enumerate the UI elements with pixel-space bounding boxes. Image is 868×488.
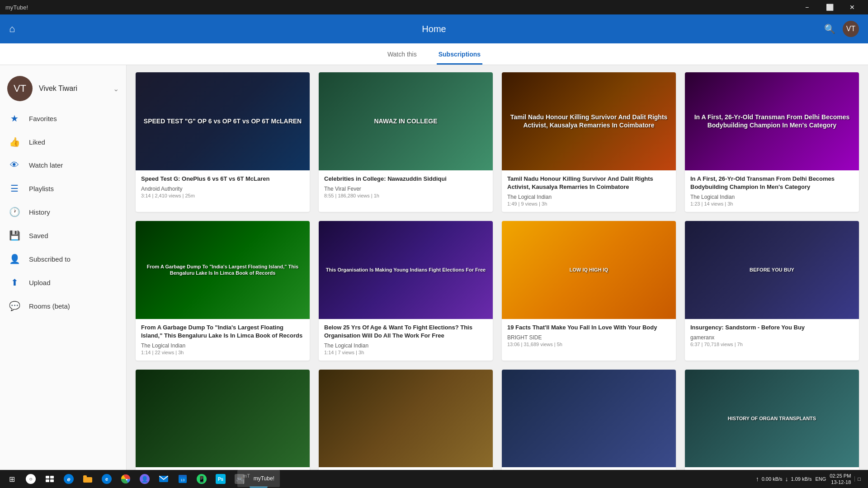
video-card[interactable]: Tamil Nadu Honour Killing Survivor And D… (502, 72, 676, 212)
video-channel: gameranx (690, 334, 854, 341)
video-card[interactable]: HISTORY OF ORGAN TRANSPLANTS (685, 370, 859, 470)
sidebar: VT Vivek Tiwari ⌄ ★ Favorites 👍 Liked 👁 … (0, 65, 127, 470)
taskbar-chrome[interactable] (117, 470, 135, 488)
video-thumbnail (319, 370, 493, 468)
content-area: SPEED TEST "G" OP 6 vs OP 6T vs OP 6T Mc… (127, 65, 868, 470)
maximize-button[interactable]: ⬜ (819, 0, 840, 14)
upload-icon: ⬆ (9, 277, 20, 288)
sidebar-item-watch-later[interactable]: 👁 Watch later (0, 154, 126, 177)
sidebar-item-playlists[interactable]: ☰ Playlists (0, 177, 126, 200)
video-channel: Android Authority (141, 186, 304, 192)
taskbar-ie[interactable]: e (60, 470, 78, 488)
sidebar-item-label: Upload (29, 279, 51, 286)
video-channel: The Logical Indian (324, 343, 487, 349)
video-title: In A First, 26-Yr-Old Transman From Delh… (690, 175, 854, 191)
sidebar-item-upload[interactable]: ⬆ Upload (0, 271, 126, 294)
thumb-overlay-text: BEFORE YOU BUY (685, 221, 859, 319)
search-icon[interactable]: 🔍 (824, 23, 835, 34)
video-title: Tamil Nadu Honour Killing Survivor And D… (507, 175, 670, 191)
sidebar-item-history[interactable]: 🕐 History (0, 200, 126, 224)
video-title: Celebrities in College: Nawazuddin Siddi… (324, 175, 487, 183)
video-channel: BRIGHT SIDE (507, 334, 670, 341)
thumb-overlay-text: NAWAZ IN COLLEGE (319, 72, 493, 170)
svg-rect-10 (179, 475, 187, 477)
sidebar-item-label: Rooms (beta) (29, 302, 70, 310)
video-info: Speed Test G: OnePlus 6 vs 6T vs 6T McLa… (136, 170, 310, 204)
network-down-value: 1.09 kB/s (791, 476, 812, 482)
thumb-overlay-text: From A Garbage Dump To "India's Largest … (136, 221, 310, 319)
thumb-overlay-text: SPEED TEST "G" OP 6 vs OP 6T vs OP 6T Mc… (136, 72, 310, 170)
minimize-button[interactable]: − (797, 0, 817, 14)
user-profile[interactable]: VT Vivek Tiwari ⌄ (0, 70, 126, 107)
taskbar-mail[interactable] (155, 470, 173, 488)
video-channel: The Logical Indian (507, 194, 670, 200)
video-card[interactable]: BEFORE YOU BUY Insurgency: Sandstorm - B… (685, 221, 859, 361)
sidebar-item-label: History (29, 208, 50, 216)
video-title: From A Garbage Dump To "India's Largest … (141, 324, 304, 340)
taskbar-ps[interactable]: Ps (212, 470, 230, 488)
subscribed-icon: 👤 (9, 253, 20, 264)
video-info: 19 Facts That'll Make You Fall In Love W… (502, 319, 676, 352)
tab-watch-this[interactable]: Watch this (386, 45, 419, 65)
video-info: In A First, 26-Yr-Old Transman From Delh… (685, 170, 859, 212)
video-meta: 1:14 | 22 views | 3h (141, 350, 304, 355)
video-card[interactable]: LOW IQ HIGH IQ 19 Facts That'll Make You… (502, 221, 676, 361)
svg-rect-2 (46, 479, 49, 482)
taskbar-explorer[interactable] (79, 470, 97, 488)
video-info: Below 25 Yrs Of Age & Want To Fight Elec… (319, 319, 493, 361)
taskbar-whatsapp[interactable]: 📱 (193, 470, 211, 488)
sidebar-item-favorites[interactable]: ★ Favorites (0, 107, 126, 130)
thumb-overlay-text: HISTORY OF ORGAN TRANSPLANTS (685, 370, 859, 468)
video-card[interactable] (136, 370, 310, 470)
svg-rect-3 (50, 479, 54, 482)
taskbar: ⊞ ○ e e (0, 470, 868, 488)
video-meta: 13:06 | 31,689 views | 5h (507, 342, 670, 347)
svg-rect-0 (46, 476, 49, 479)
taskbar-icons: ○ e e (22, 470, 754, 488)
chevron-down-icon: ⌄ (113, 84, 119, 93)
video-card[interactable]: From A Garbage Dump To "India's Largest … (136, 221, 310, 361)
sidebar-item-rooms[interactable]: 💬 Rooms (beta) (0, 294, 126, 318)
video-channel: The Viral Fever (324, 186, 487, 192)
taskbar-search[interactable]: ○ (22, 470, 40, 488)
taskbar-edge[interactable]: e (98, 470, 116, 488)
home-icon[interactable]: ⌂ (9, 23, 15, 35)
taskbar-task-view[interactable] (41, 470, 59, 488)
thumb-overlay-text (319, 370, 493, 468)
close-button[interactable]: ✕ (842, 0, 863, 14)
video-title: 19 Facts That'll Make You Fall In Love W… (507, 324, 670, 332)
video-card[interactable]: This Organisation Is Making Young Indian… (319, 221, 493, 361)
video-meta: 6:37 | 70,718 views | 7h (690, 342, 854, 347)
taskbar-people[interactable]: 👤 (136, 470, 154, 488)
sidebar-item-liked[interactable]: 👍 Liked (0, 130, 126, 154)
video-card[interactable] (502, 370, 676, 470)
taskbar-time-value: 02:25 PM (830, 473, 851, 479)
title-bar: myTube! − ⬜ ✕ (0, 0, 868, 14)
thumb-overlay-text: In A First, 26-Yr-Old Transman From Delh… (685, 72, 859, 170)
video-card[interactable]: NAWAZ IN COLLEGE Celebrities in College:… (319, 72, 493, 212)
sidebar-item-label: Favorites (29, 115, 57, 122)
taskbar-right: ↑ 0.00 kB/s ↓ 1.09 kB/s ENG 02:25 PM 13-… (756, 473, 864, 486)
sidebar-item-saved[interactable]: 💾 Saved (0, 224, 126, 247)
thumb-overlay-text: Tamil Nadu Honour Killing Survivor And D… (502, 72, 676, 170)
video-title: Insurgency: Sandstorm - Before You Buy (690, 324, 854, 332)
taskbar-mytube[interactable]: mT | myTube! (250, 470, 268, 488)
video-card[interactable] (319, 370, 493, 470)
video-meta: 1:49 | 9 views | 3h (507, 201, 670, 206)
network-down-icon: ↓ (785, 475, 788, 483)
sidebar-item-subscribed-to[interactable]: 👤 Subscribed to (0, 247, 126, 271)
show-desktop-icon[interactable]: □ (854, 476, 861, 482)
svg-rect-1 (50, 476, 54, 479)
title-bar-controls: − ⬜ ✕ (797, 0, 863, 14)
taskbar-calendar[interactable]: 13 (174, 470, 192, 488)
avatar[interactable]: VT (843, 21, 859, 37)
tab-subscriptions[interactable]: Subscriptions (437, 45, 482, 65)
taskbar-date-value: 13-12-18 (830, 479, 851, 485)
sidebar-item-label: Saved (29, 232, 48, 239)
sidebar-avatar: VT (7, 76, 33, 101)
start-button[interactable]: ⊞ (4, 471, 20, 487)
taskbar-clock[interactable]: 02:25 PM 13-12-18 (830, 473, 851, 486)
video-card[interactable]: SPEED TEST "G" OP 6 vs OP 6T vs OP 6T Mc… (136, 72, 310, 212)
video-card[interactable]: In A First, 26-Yr-Old Transman From Delh… (685, 72, 859, 212)
video-thumbnail (502, 370, 676, 468)
